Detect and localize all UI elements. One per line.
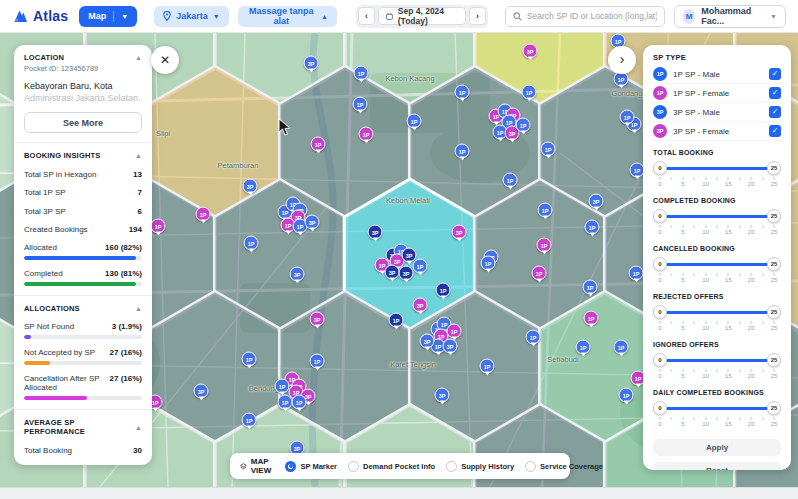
- sp-marker[interactable]: 1P: [436, 283, 451, 298]
- sp-marker[interactable]: 3P: [304, 56, 319, 71]
- chevron-up-icon[interactable]: ▲: [135, 305, 142, 312]
- slider-handle-min[interactable]: 0: [653, 305, 667, 319]
- sp-marker[interactable]: 1P: [244, 236, 259, 251]
- service-dropdown[interactable]: Massage tanpa alat ▲: [238, 6, 337, 27]
- stat-bar: Completed130 (81%): [24, 269, 142, 286]
- sp-marker[interactable]: 3P: [420, 334, 435, 349]
- sp-marker[interactable]: 1P: [619, 388, 634, 403]
- sp-marker[interactable]: 1P: [480, 359, 495, 374]
- sp-marker[interactable]: 1P: [413, 259, 428, 274]
- slider-handle-min[interactable]: 0: [653, 257, 667, 271]
- sp-marker[interactable]: 1P: [620, 110, 635, 125]
- reset-button[interactable]: Reset: [653, 462, 781, 470]
- sp-marker[interactable]: 1P: [242, 352, 257, 367]
- slider-handle-min[interactable]: 0: [653, 401, 667, 415]
- sp-marker[interactable]: 1P: [407, 114, 422, 129]
- slider-handle-max[interactable]: 25: [767, 401, 781, 415]
- sp-marker[interactable]: 1P: [576, 340, 591, 355]
- sp-marker[interactable]: 1P: [537, 238, 552, 253]
- sp-marker[interactable]: 3P: [399, 266, 414, 281]
- sp-marker[interactable]: 1P: [583, 280, 598, 295]
- sp-marker[interactable]: 1P: [503, 173, 518, 188]
- sp-marker[interactable]: 1P: [354, 66, 369, 81]
- sp-marker[interactable]: 1P: [541, 142, 556, 157]
- slider-handle-min[interactable]: 0: [653, 353, 667, 367]
- slider-tick-label: 25: [771, 421, 778, 427]
- slider-handle-max[interactable]: 25: [767, 161, 781, 175]
- sp-type-checkbox[interactable]: ✓: [769, 87, 781, 99]
- sp-marker[interactable]: 1P: [538, 203, 553, 218]
- sp-type-checkbox[interactable]: ✓: [769, 68, 781, 80]
- slider-handle-min[interactable]: 0: [653, 209, 667, 223]
- sp-marker[interactable]: 3P: [305, 215, 320, 230]
- sp-marker[interactable]: 1P: [516, 118, 531, 133]
- sp-marker[interactable]: 1P: [614, 340, 629, 355]
- section-title: AVERAGE SP PERFORMANCE: [24, 418, 135, 436]
- atlas-logo-icon: [12, 9, 28, 23]
- slider-handle-max[interactable]: 25: [767, 305, 781, 319]
- map-view-option[interactable]: SP Marker: [285, 461, 337, 472]
- sp-marker[interactable]: 3P: [290, 267, 305, 282]
- search-input[interactable]: [527, 11, 657, 21]
- sp-marker[interactable]: 1P: [292, 395, 307, 410]
- close-panel-button[interactable]: ✕: [151, 46, 179, 74]
- sp-marker[interactable]: 1P: [532, 266, 547, 281]
- map-view-option[interactable]: Supply History: [446, 461, 514, 472]
- slider-tick-label: 5: [681, 181, 684, 187]
- sp-marker[interactable]: 1P: [151, 219, 166, 234]
- sp-marker[interactable]: 3P: [443, 339, 458, 354]
- sp-type-checkbox[interactable]: ✓: [769, 106, 781, 118]
- sp-marker[interactable]: 1P: [455, 85, 470, 100]
- sp-marker[interactable]: 3P: [310, 312, 325, 327]
- sp-marker[interactable]: 3P: [194, 384, 209, 399]
- sp-marker[interactable]: 1P: [629, 266, 644, 281]
- sp-marker[interactable]: 1P: [353, 97, 368, 112]
- window-footer: [0, 487, 798, 499]
- next-day-button[interactable]: ›: [469, 7, 486, 25]
- slider-handle-min[interactable]: 0: [653, 161, 667, 175]
- see-more-button[interactable]: See More: [24, 112, 142, 133]
- chevron-up-icon[interactable]: ▲: [135, 152, 142, 159]
- sp-marker[interactable]: 1P: [455, 144, 470, 159]
- sp-marker[interactable]: 1P: [359, 127, 374, 142]
- city-dropdown[interactable]: Jakarta ▼: [154, 6, 228, 27]
- slider-handle-max[interactable]: 25: [767, 257, 781, 271]
- chevron-up-icon[interactable]: ▲: [135, 54, 142, 61]
- apply-button[interactable]: Apply: [653, 439, 781, 456]
- sp-marker[interactable]: 3P: [385, 265, 400, 280]
- sp-marker[interactable]: 3P: [243, 179, 258, 194]
- collapse-filters-button[interactable]: ›: [608, 46, 636, 74]
- sp-marker[interactable]: 3P: [523, 44, 538, 59]
- sp-marker[interactable]: 1P: [196, 207, 211, 222]
- sp-marker[interactable]: 3P: [368, 225, 383, 240]
- profile-menu[interactable]: M Mohammad Fac... ▼: [674, 5, 786, 28]
- map-view-option[interactable]: Demand Pocket Info: [348, 461, 435, 472]
- date-display[interactable]: Sep 4, 2024 (Today): [378, 7, 466, 25]
- map-view-option[interactable]: Service Coverage: [525, 461, 603, 472]
- sp-marker[interactable]: 1P: [522, 85, 537, 100]
- sp-marker[interactable]: 1P: [389, 313, 404, 328]
- sp-marker[interactable]: 1P: [242, 413, 257, 428]
- slider-handle-max[interactable]: 25: [767, 353, 781, 367]
- sp-marker[interactable]: 1P: [275, 379, 290, 394]
- sp-marker[interactable]: 3P: [452, 225, 467, 240]
- sp-marker[interactable]: 1P: [526, 330, 541, 345]
- sp-marker[interactable]: 1P: [481, 256, 496, 271]
- sp-marker[interactable]: 1P: [447, 324, 462, 339]
- sp-marker[interactable]: 3P: [413, 298, 428, 313]
- slider-tick: [728, 369, 729, 372]
- mode-dropdown[interactable]: Map ▼: [79, 6, 137, 27]
- sp-marker[interactable]: 1P: [585, 220, 600, 235]
- slider-tick-label: 10: [702, 373, 709, 379]
- sp-marker[interactable]: 1P: [311, 137, 326, 152]
- chevron-up-icon[interactable]: ▲: [135, 424, 142, 431]
- prev-day-button[interactable]: ‹: [358, 7, 375, 25]
- sp-marker[interactable]: 3P: [435, 388, 450, 403]
- sp-marker[interactable]: 3P: [589, 194, 604, 209]
- sp-marker[interactable]: 1P: [584, 311, 599, 326]
- sp-marker[interactable]: 1P: [278, 395, 293, 410]
- service-label: Massage tanpa alat: [247, 6, 316, 26]
- sp-marker[interactable]: 1P: [310, 354, 325, 369]
- slider-handle-max[interactable]: 25: [767, 209, 781, 223]
- sp-type-checkbox[interactable]: ✓: [769, 125, 781, 137]
